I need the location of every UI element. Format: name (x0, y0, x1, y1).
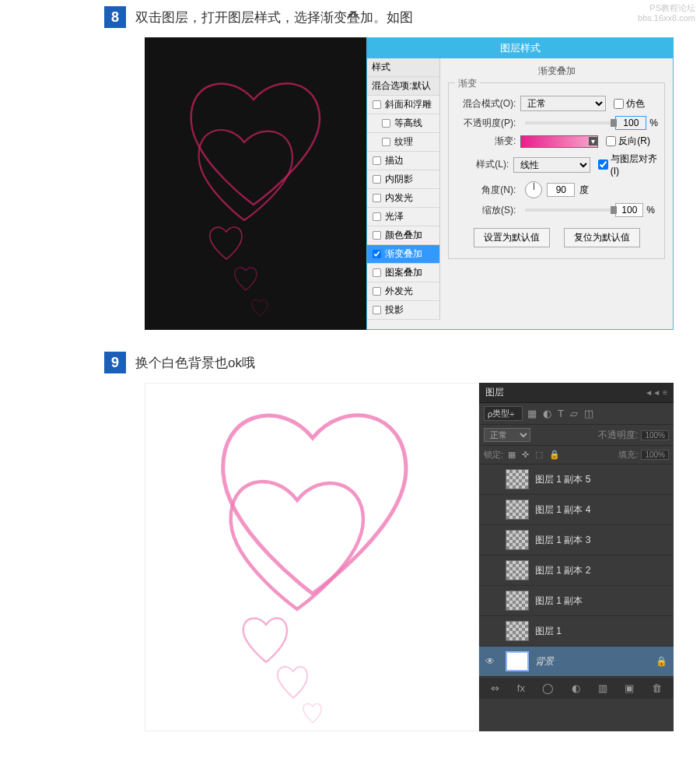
dropshadow-checkbox[interactable] (373, 306, 381, 314)
layer-name: 图层 1 副本 4 (535, 503, 667, 517)
layer-name: 图层 1 副本 (535, 594, 667, 608)
satin-checkbox[interactable] (373, 212, 381, 221)
layer-thumb[interactable] (506, 591, 529, 611)
styles-header[interactable]: 样式 (367, 58, 439, 77)
align-checkbox[interactable] (598, 159, 608, 170)
blendmode-select[interactable]: 正常 (520, 96, 606, 111)
lock-all-icon[interactable]: ⬚ (535, 450, 543, 459)
filter-shape-icon[interactable]: ▱ (570, 408, 578, 419)
style-label: 样式(L): (455, 158, 509, 171)
fill-value[interactable]: 100% (641, 450, 669, 460)
layer-thumb[interactable] (506, 499, 529, 520)
dither-checkbox[interactable] (614, 99, 624, 109)
layer-row[interactable]: 图层 1 副本 5 (479, 464, 674, 495)
layer-name: 图层 1 副本 3 (535, 534, 667, 547)
opacity-label: 不透明度(P): (455, 117, 516, 130)
blend-default[interactable]: 混合选项:默认 (367, 77, 439, 96)
layer-row-background[interactable]: 👁背景🔒 (479, 647, 674, 677)
layer-name: 图层 1 副本 5 (535, 473, 667, 486)
scale-slider[interactable] (525, 209, 611, 212)
link-layers-icon[interactable]: ⇔ (491, 682, 499, 694)
scale-value[interactable] (615, 203, 643, 217)
layer-thumb[interactable] (506, 469, 529, 489)
style-dropshadow[interactable]: 投影 (367, 301, 439, 320)
layer-row[interactable]: 图层 1 副本 (479, 586, 674, 616)
filter-type-select[interactable]: ρ 类型 ÷ (484, 406, 523, 421)
layer-row[interactable]: 图层 1 副本 4 (479, 495, 674, 525)
pct-2: % (646, 205, 655, 216)
layer-thumb[interactable] (506, 651, 529, 671)
filter-smart-icon[interactable]: ◫ (584, 408, 593, 419)
opacity-slider[interactable] (525, 121, 611, 124)
style-innerglow[interactable]: 内发光 (367, 189, 439, 208)
style-stroke[interactable]: 描边 (367, 152, 439, 170)
innershadow-checkbox[interactable] (373, 175, 381, 184)
layer-thumb[interactable] (506, 530, 529, 550)
step-8-text: 双击图层，打开图层样式，选择渐变叠加。如图 (135, 9, 413, 26)
contour-checkbox[interactable] (382, 119, 390, 128)
trash-icon[interactable]: 🗑 (652, 682, 662, 694)
filter-adjust-icon[interactable]: ◐ (543, 408, 551, 419)
gradientoverlay-checkbox[interactable] (373, 250, 381, 258)
style-contour[interactable]: 等高线 (367, 114, 439, 133)
lock-position-icon[interactable]: ✜ (522, 450, 529, 459)
layers-tab[interactable]: 图层 (485, 386, 504, 399)
style-outerglow[interactable]: 外发光 (367, 282, 439, 301)
fill-label: 填充: (618, 449, 638, 461)
watermark-line2: bbs.16xx8.com (638, 13, 695, 23)
blend-mode-select[interactable]: 正常 (484, 428, 530, 442)
bevel-checkbox[interactable] (373, 100, 381, 109)
layer-row[interactable]: 图层 1 副本 3 (479, 525, 674, 555)
layer-name: 图层 1 (535, 625, 667, 638)
styles-list: 样式 混合选项:默认 斜面和浮雕 等高线 纹理 描边 内阴影 内发光 光泽 颜色… (367, 58, 440, 320)
dialog-title: 图层样式 (367, 38, 673, 58)
style-select[interactable]: 线性 (513, 157, 590, 173)
set-default-button[interactable]: 设置为默认值 (474, 228, 550, 247)
style-innershadow[interactable]: 内阴影 (367, 170, 439, 189)
gradient-swatch[interactable] (520, 135, 598, 148)
angle-dial[interactable] (525, 181, 542, 198)
style-bevel[interactable]: 斜面和浮雕 (367, 96, 439, 114)
new-layer-icon[interactable]: ▣ (625, 682, 634, 694)
angle-value[interactable] (547, 183, 575, 197)
lock-icon[interactable]: 🔒 (549, 450, 560, 459)
mask-icon[interactable]: ◯ (542, 682, 554, 694)
style-patternoverlay[interactable]: 图案叠加 (367, 264, 439, 282)
opacity-value[interactable]: 100 (615, 116, 646, 130)
panel-menu-icon[interactable]: ≡ (663, 388, 667, 397)
scale-label: 缩放(S): (455, 204, 516, 217)
patternoverlay-checkbox[interactable] (373, 268, 381, 277)
innerglow-checkbox[interactable] (373, 194, 381, 202)
layer-name: 图层 1 副本 2 (535, 564, 667, 577)
layers-panel: 图层 ◄◄ ≡ ρ 类型 ÷ ▦ ◐ T ▱ ◫ 正常 不透明度: 100% 锁… (479, 383, 674, 731)
group-icon[interactable]: ▥ (598, 682, 607, 694)
layer-thumb[interactable] (506, 560, 529, 580)
style-coloroverlay[interactable]: 颜色叠加 (367, 226, 439, 245)
opacity-value-panel[interactable]: 100% (641, 430, 669, 440)
lock-indicator-icon: 🔒 (656, 656, 667, 667)
reverse-checkbox[interactable] (606, 136, 616, 146)
blendmode-label: 混合模式(O): (455, 97, 516, 110)
style-gradientoverlay[interactable]: 渐变叠加 (367, 245, 439, 264)
stroke-checkbox[interactable] (373, 156, 381, 165)
filter-pixel-icon[interactable]: ▦ (527, 408, 537, 419)
coloroverlay-checkbox[interactable] (373, 231, 381, 240)
layer-row[interactable]: 图层 1 副本 2 (479, 555, 674, 586)
lock-pixels-icon[interactable]: ▦ (508, 450, 516, 459)
outerglow-checkbox[interactable] (373, 287, 381, 296)
layer-row[interactable]: 图层 1 (479, 616, 674, 647)
fx-icon[interactable]: fx (517, 682, 525, 694)
layer-thumb[interactable] (506, 621, 529, 641)
filter-type-icon[interactable]: T (558, 408, 564, 419)
style-texture[interactable]: 纹理 (367, 133, 439, 152)
visibility-toggle[interactable]: 👁 (485, 656, 499, 667)
reset-default-button[interactable]: 复位为默认值 (564, 228, 640, 247)
step-9-text: 换个白色背景也ok哦 (135, 354, 255, 372)
opacity-label-panel: 不透明度: (598, 429, 638, 442)
style-satin[interactable]: 光泽 (367, 208, 439, 226)
gradient-label: 渐变: (455, 135, 516, 148)
collapse-icon[interactable]: ◄◄ (645, 388, 660, 397)
texture-checkbox[interactable] (382, 138, 390, 146)
adjustment-icon[interactable]: ◐ (572, 682, 580, 694)
deg-label: 度 (579, 184, 589, 197)
